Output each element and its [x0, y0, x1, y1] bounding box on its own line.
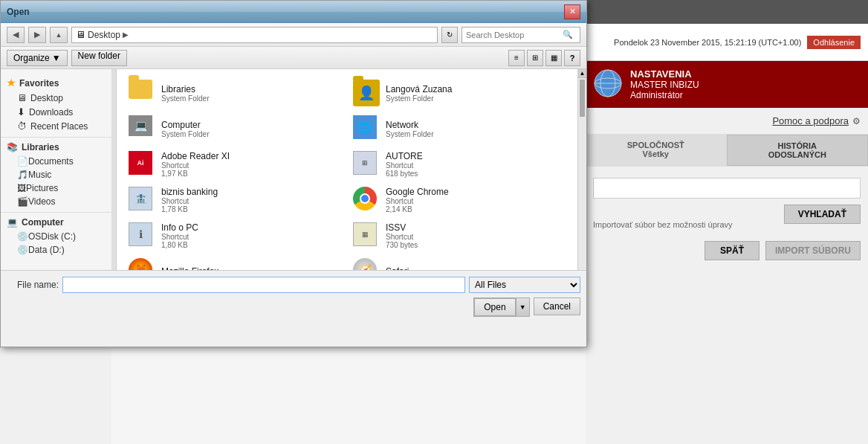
new-folder-button[interactable]: New folder	[71, 50, 127, 66]
file-langova-info: Langová Zuzana System Folder	[386, 84, 566, 103]
nav-pictures-label: Pictures	[26, 183, 58, 193]
vyhladat-input[interactable]	[593, 178, 861, 199]
info-file-icon: ℹ	[129, 222, 155, 249]
file-safari-info: Safari	[386, 266, 566, 270]
file-chrome[interactable]: Google Chrome Shortcut 2,14 KB	[349, 184, 570, 216]
nav-documents[interactable]: 📄 Documents	[1, 155, 111, 168]
open-label: Open	[484, 302, 505, 312]
downloads-icon: ⬇	[17, 106, 25, 118]
nav-documents-label: Documents	[28, 156, 74, 167]
file-issv-sub2: 730 bytes	[386, 241, 566, 249]
nav-osdisk-label: OSDisk (C:)	[28, 231, 76, 242]
osdisk-icon: 💿	[17, 231, 28, 242]
libraries-header[interactable]: 📚 Libraries	[1, 140, 111, 155]
file-chrome-info: Google Chrome Shortcut 2,14 KB	[386, 187, 566, 213]
vyhladat-button[interactable]: VYHĽADAŤ	[784, 205, 861, 224]
biznis-file-icon: 🏦	[129, 187, 155, 213]
file-langova[interactable]: 👤 Langová Zuzana System Folder	[349, 77, 570, 109]
globe-icon	[593, 68, 623, 100]
view-grid-button[interactable]: ⊞	[527, 50, 543, 66]
file-issv[interactable]: ▦ ISSV Shortcut 730 bytes	[349, 219, 570, 252]
vyhladat-row: VYHĽADAŤ	[586, 167, 868, 216]
historia-odoslanych: ODOSLANÝCH	[733, 150, 862, 159]
up-button[interactable]: ▲	[50, 27, 68, 43]
spol-row: SPOLOČNOSŤ Všetky HISTÓRIA ODOSLANÝCH	[586, 135, 868, 167]
back-button[interactable]: ◀	[7, 27, 25, 43]
search-icon[interactable]: 🔍	[563, 30, 573, 39]
favorites-label: Favorites	[19, 78, 59, 89]
file-computer[interactable]: 💻 Computer System Folder	[124, 112, 346, 145]
search-input[interactable]	[466, 30, 563, 39]
nav-music[interactable]: 🎵 Music	[1, 168, 111, 181]
file-biznis-info: biznis banking Shortcut 1,78 KB	[161, 187, 341, 213]
view-details-button[interactable]: ▦	[545, 50, 562, 66]
dialog-titlebar: Open ✕	[1, 1, 586, 23]
filetype-select[interactable]: All Files	[469, 277, 580, 293]
file-chrome-sub1: Shortcut	[386, 197, 566, 205]
file-safari[interactable]: 🧭 Safari	[349, 255, 570, 270]
organize-button[interactable]: Organize ▼	[7, 50, 68, 66]
file-adobe[interactable]: Ai Adobe Reader XI Shortcut 1,97 KB	[124, 148, 346, 181]
dialog-buttons: Open ▼ Cancel	[7, 297, 580, 317]
organize-arrow-icon: ▼	[52, 53, 61, 63]
scroll-thumb[interactable]	[580, 80, 585, 117]
file-autore-sub2: 618 bytes	[386, 170, 566, 178]
nav-pictures[interactable]: 🖼 Pictures	[1, 181, 111, 195]
location-text: Desktop	[88, 30, 120, 40]
file-biznis-sub2: 1,78 KB	[161, 205, 341, 213]
recent-icon: ⏱	[17, 120, 27, 132]
file-info-pc[interactable]: ℹ Info o PC Shortcut 1,80 KB	[124, 219, 346, 252]
spat-button[interactable]: SPÄŤ	[705, 241, 760, 260]
files-scrollbar[interactable]: ▲	[577, 69, 586, 270]
help-button[interactable]: ?	[564, 50, 580, 66]
close-button[interactable]: ✕	[564, 4, 580, 19]
nav-desktop[interactable]: 🖥 Desktop	[1, 91, 111, 105]
file-chrome-sub2: 2,14 KB	[386, 205, 566, 213]
file-firefox[interactable]: 🦊 Mozilla Firefox	[124, 255, 346, 270]
file-network[interactable]: 🌐 Network System Folder	[349, 112, 570, 145]
file-libraries-sub: System Folder	[161, 94, 341, 103]
chrome-file-icon	[353, 187, 380, 213]
date-info: Pondelok 23 November 2015, 15:21:19 (UTC…	[614, 38, 801, 47]
pomoc-link[interactable]: Pomoc a podpora	[772, 115, 849, 126]
computer-header[interactable]: 💻 Computer	[1, 215, 111, 230]
file-biznis[interactable]: 🏦 biznis banking Shortcut 1,78 KB	[124, 184, 346, 216]
file-libraries-info: Libraries System Folder	[161, 84, 341, 103]
firefox-file-icon: 🦊	[129, 258, 155, 270]
spol-cell: SPOLOČNOSŤ Všetky	[586, 135, 727, 166]
nav-osdisk[interactable]: 💿 OSDisk (C:)	[1, 230, 111, 243]
forward-button[interactable]: ▶	[28, 27, 46, 43]
nav-datadisk[interactable]: 💿 Data (D:)	[1, 243, 111, 257]
file-autore[interactable]: ⊞ AUTORE Shortcut 618 bytes	[349, 148, 570, 181]
nav-videos[interactable]: 🎬 Videos	[1, 195, 111, 208]
open-button[interactable]: Open	[474, 298, 515, 316]
nav-divider-1	[1, 137, 111, 138]
files-grid: Libraries System Folder 👤 Langová Zuzana…	[117, 69, 577, 270]
nastavenia-block: NASTAVENIA MASTER INBIZU Administrátor	[586, 61, 868, 108]
import-suboru-button[interactable]: IMPORT SÚBORU	[765, 241, 861, 260]
view-list-button[interactable]: ≡	[508, 50, 525, 66]
address-toolbar: ◀ ▶ ▲ 🖥 Desktop ▶ ↻ 🔍	[1, 23, 586, 47]
refresh-button[interactable]: ↻	[441, 27, 458, 43]
cancel-button[interactable]: Cancel	[534, 297, 580, 315]
file-langova-sub: System Folder	[386, 94, 566, 103]
location-bar[interactable]: 🖥 Desktop ▶	[71, 27, 438, 43]
filename-input[interactable]	[62, 277, 465, 293]
dialog-bottom: File name: All Files Open ▼ Cancel	[1, 270, 586, 341]
nastavenia-title: NASTAVENIA	[630, 68, 699, 80]
nav-recent-label: Recent Places	[30, 121, 88, 132]
safari-file-icon: 🧭	[353, 258, 380, 270]
favorites-header[interactable]: ★ Favorites	[1, 75, 111, 91]
file-issv-info: ISSV Shortcut 730 bytes	[386, 222, 566, 249]
odhlas-button[interactable]: Odhlásenie	[807, 36, 861, 49]
computer-label: Computer	[22, 217, 64, 228]
gear-icon[interactable]: ⚙	[852, 116, 861, 126]
issv-file-icon: ▦	[353, 222, 380, 249]
file-libraries[interactable]: Libraries System Folder	[124, 77, 346, 109]
nav-recent[interactable]: ⏱ Recent Places	[1, 119, 111, 133]
network-file-icon: 🌐	[353, 115, 380, 142]
nav-downloads[interactable]: ⬇ Downloads	[1, 105, 111, 119]
open-dropdown-arrow[interactable]: ▼	[516, 298, 529, 316]
organize-label: Organize	[13, 53, 50, 63]
scroll-up-button[interactable]: ▲	[578, 69, 586, 78]
